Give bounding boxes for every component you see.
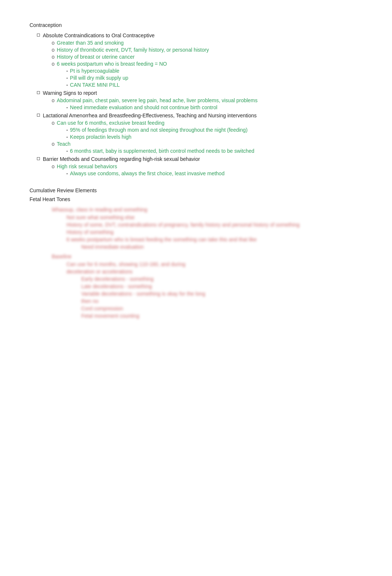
item-can-use-6months: o Can use for 6 months, exclusive breast… bbox=[52, 120, 362, 126]
section1-label: Absolute Contraindications to Oral Contr… bbox=[37, 32, 362, 38]
page-container: Contraception Absolute Contraindications… bbox=[30, 22, 362, 319]
item-prolactin: ▪ Keeps prolactin levels high bbox=[66, 134, 362, 140]
item-hypercoagulable: ▪ Pt is hypercoagulable bbox=[66, 68, 362, 74]
bullet-o-6: o bbox=[52, 120, 55, 126]
item-95-feedings-text: 95% of feedings through mom and not slee… bbox=[70, 127, 362, 133]
section2-title: Warning Signs to report bbox=[43, 90, 362, 96]
bullet-sq-3 bbox=[37, 114, 40, 117]
blurred-baseline: Baseline bbox=[52, 253, 362, 259]
blurred-line-9: Late decelerations - something bbox=[81, 283, 362, 289]
blurred-line-7: deceleration or accelerations bbox=[66, 269, 362, 275]
item-dry-milk: ▪ Pill will dry milk supply up bbox=[66, 75, 362, 81]
item-greater-35-smoking: o Greater than 35 and smoking bbox=[52, 40, 362, 46]
item-high-risk-text: High risk sexual behaviors bbox=[57, 163, 362, 169]
bullet-sq-1 bbox=[37, 34, 40, 37]
blurred-line-1: Not sure what something else bbox=[66, 214, 362, 220]
bullet-o-4: o bbox=[52, 61, 55, 67]
bullet-tri-7: ▪ bbox=[66, 149, 68, 153]
section2-label: Warning Signs to report bbox=[37, 90, 362, 96]
blurred-line-8: Early decelerations - something bbox=[81, 276, 362, 282]
blurred-line-11: then no bbox=[81, 298, 362, 304]
bullet-o-8: o bbox=[52, 163, 55, 169]
item-need-immediate: ▪ Need immediate evaluation and should n… bbox=[66, 104, 362, 110]
bullet-tri-1: ▪ bbox=[66, 69, 68, 73]
item-prolactin-text: Keeps prolactin levels high bbox=[70, 134, 362, 140]
blurred-line-10: Variable decelerations - something is ok… bbox=[81, 291, 362, 297]
section1-title: Absolute Contraindications to Oral Contr… bbox=[43, 32, 362, 38]
bullet-tri-8: ▪ bbox=[66, 172, 68, 176]
bullet-tri-6: ▪ bbox=[66, 135, 68, 139]
item-greater-35-smoking-text: Greater than 35 and smoking bbox=[57, 40, 362, 46]
blurred-line-12: Cord compression bbox=[81, 306, 362, 311]
item-thrombotic-text: History of thrombotic event, DVT, family… bbox=[57, 47, 362, 53]
item-can-use-6months-text: Can use for 6 months, exclusive breast f… bbox=[57, 120, 362, 126]
section-lactational: Lactational Amenorrhea and Breastfeeding… bbox=[37, 113, 362, 154]
item-6weeks-postpartum: o 6 weeks postpartum who is breast feedi… bbox=[52, 61, 362, 67]
item-hypercoagulable-text: Pt is hypercoagulable bbox=[70, 68, 362, 74]
item-6weeks-text: 6 weeks postpartum who is breast feeding… bbox=[57, 61, 362, 67]
bullet-o-3: o bbox=[52, 54, 55, 60]
item-6months-switched-text: 6 months start, baby is supplemented, bi… bbox=[70, 148, 362, 154]
item-95-feedings: ▪ 95% of feedings through mom and not sl… bbox=[66, 127, 362, 133]
item-dry-milk-text: Pill will dry milk supply up bbox=[70, 75, 362, 81]
blurred-line-5: Need immediate evaluation bbox=[81, 244, 362, 250]
bullet-o-5: o bbox=[52, 97, 55, 103]
contraception-title: Contraception bbox=[30, 22, 362, 28]
item-always-condoms: ▪ Always use condoms, always the first c… bbox=[66, 170, 362, 176]
bullet-o-7: o bbox=[52, 141, 55, 147]
section3-label: Lactational Amenorrhea and Breastfeeding… bbox=[37, 113, 362, 118]
bullet-tri-5: ▪ bbox=[66, 128, 68, 132]
blurred-line-13: Fetal movement counting bbox=[81, 313, 362, 319]
item-high-risk-sexual: o High risk sexual behaviors bbox=[52, 163, 362, 169]
cumulative-title: Cumulative Review Elements bbox=[30, 187, 362, 193]
item-6months-switched: ▪ 6 months start, baby is supplemented, … bbox=[66, 148, 362, 154]
bullet-tri-2: ▪ bbox=[66, 76, 68, 80]
bullet-o-1: o bbox=[52, 40, 55, 46]
blurred-line-title: Whassup, class in reading and something bbox=[52, 207, 362, 213]
item-mini-pill-text: CAN TAKE MINI PILL bbox=[70, 82, 362, 88]
section-absolute-contraindications: Absolute Contraindications to Oral Contr… bbox=[37, 32, 362, 88]
item-thrombotic: o History of thrombotic event, DVT, fami… bbox=[52, 47, 362, 53]
blurred-line-6: Can use for 6 months, showing 110-160, a… bbox=[66, 261, 362, 267]
item-teach: o Teach bbox=[52, 141, 362, 147]
section-barrier: Barrier Methods and Counselling regardin… bbox=[37, 156, 362, 176]
section4-label: Barrier Methods and Counselling regardin… bbox=[37, 156, 362, 162]
item-mini-pill: ▪ CAN TAKE MINI PILL bbox=[66, 82, 362, 88]
item-abdominal-pain: o Abdominal pain, chest pain, severe leg… bbox=[52, 97, 362, 103]
item-breast-cancer: o History of breast or uterine cancer bbox=[52, 54, 362, 60]
bullet-tri-4: ▪ bbox=[66, 106, 68, 110]
bullet-tri-3: ▪ bbox=[66, 83, 68, 87]
blurred-line-4: 6 weeks postpartum who is breast feeding… bbox=[66, 237, 362, 242]
item-always-condoms-text: Always use condoms, always the first cho… bbox=[70, 170, 362, 176]
blurred-line-3: History of something bbox=[66, 229, 362, 235]
section-warning-signs: Warning Signs to report o Abdominal pain… bbox=[37, 90, 362, 110]
item-breast-cancer-text: History of breast or uterine cancer bbox=[57, 54, 362, 60]
blurred-content: Whassup, class in reading and something … bbox=[52, 207, 362, 319]
section3-title: Lactational Amenorrhea and Breastfeeding… bbox=[43, 113, 362, 118]
item-abdominal-pain-text: Abdominal pain, chest pain, severe leg p… bbox=[57, 97, 362, 103]
fetal-title: Fetal Heart Tones bbox=[30, 196, 362, 202]
item-teach-text: Teach bbox=[57, 141, 362, 147]
section4-title: Barrier Methods and Counselling regardin… bbox=[43, 156, 362, 162]
blurred-line-2: History of some, DVT, contraindications … bbox=[66, 222, 362, 228]
item-need-immediate-text: Need immediate evaluation and should not… bbox=[70, 104, 362, 110]
bullet-o-2: o bbox=[52, 47, 55, 53]
bullet-sq-4 bbox=[37, 157, 40, 160]
bullet-sq-2 bbox=[37, 91, 40, 94]
